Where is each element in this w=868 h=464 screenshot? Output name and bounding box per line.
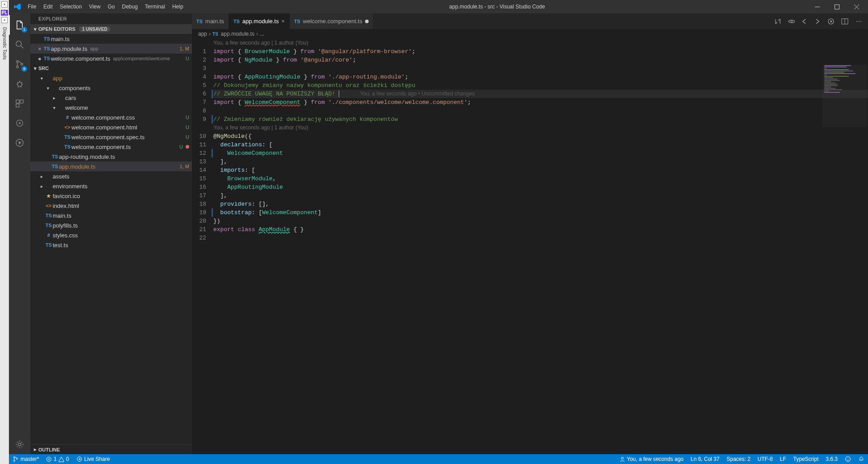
file-tree-item[interactable]: <>index.html: [30, 201, 192, 211]
status-liveshare[interactable]: Live Share: [73, 454, 113, 464]
activity-debug[interactable]: [9, 74, 30, 94]
window-close-button[interactable]: [847, 0, 866, 13]
code-line[interactable]: ],: [213, 157, 868, 166]
menu-help[interactable]: Help: [169, 2, 187, 12]
code-line[interactable]: // Zmieniamy również deklarację używanyc…: [213, 115, 868, 124]
menu-view[interactable]: View: [85, 2, 104, 12]
breadcrumb[interactable]: app › TS app.module.ts › ...: [192, 29, 868, 39]
menu-file[interactable]: File: [24, 2, 40, 12]
tab-close-icon[interactable]: ×: [282, 18, 285, 25]
window-minimize-button[interactable]: [807, 0, 827, 13]
minimap[interactable]: [822, 65, 867, 127]
breadcrumb-more[interactable]: ...: [260, 31, 264, 37]
file-tree-item[interactable]: ▾app: [30, 73, 192, 83]
side-strip-pl-badge[interactable]: PL: [1, 10, 8, 16]
file-tree-item[interactable]: ▸assets: [30, 171, 192, 181]
file-tree-item[interactable]: <>welcome.component.htmlU: [30, 122, 192, 132]
code-line[interactable]: }): [213, 217, 868, 225]
file-tree-item[interactable]: TSwelcome.component.spec.tsU: [30, 132, 192, 142]
side-strip-diagnostic-label[interactable]: Diagnostic Tools: [2, 27, 7, 60]
file-tree-item[interactable]: TSpolyfills.ts: [30, 220, 192, 230]
activity-extensions[interactable]: [9, 94, 30, 113]
status-bell[interactable]: [855, 454, 868, 464]
compare-changes-icon[interactable]: [774, 18, 782, 25]
close-icon[interactable]: ×: [37, 46, 43, 52]
file-tree-item[interactable]: TSapp-routing.module.ts: [30, 152, 192, 162]
split-editor-icon[interactable]: [841, 18, 849, 25]
activity-settings[interactable]: [9, 435, 30, 454]
code-line[interactable]: imports: [: [213, 166, 868, 174]
activity-scm[interactable]: 9: [9, 54, 30, 74]
file-tree-item[interactable]: TSwelcome.component.tsU: [30, 142, 192, 152]
file-tree-item[interactable]: TStest.ts: [30, 240, 192, 250]
side-strip-close[interactable]: ×: [1, 1, 8, 8]
code-line[interactable]: [213, 64, 868, 73]
activity-test[interactable]: [9, 133, 30, 153]
code-line[interactable]: ],: [213, 191, 868, 200]
code-line[interactable]: import { NgModule } from '@angular/core'…: [213, 56, 868, 64]
file-tree-item[interactable]: #styles.css: [30, 230, 192, 240]
code-content[interactable]: You, a few seconds ago | 1 author (You)i…: [213, 39, 868, 454]
status-language[interactable]: TypeScript: [790, 454, 822, 464]
file-tree-item[interactable]: ▾components: [30, 83, 192, 93]
code-line[interactable]: [213, 234, 868, 242]
activity-explorer[interactable]: 1: [9, 15, 30, 35]
code-line[interactable]: AppRoutingModule: [213, 183, 868, 191]
nav-fwd-icon[interactable]: [814, 18, 822, 25]
status-encoding[interactable]: UTF-8: [754, 454, 777, 464]
file-tree-item[interactable]: #welcome.component.cssU: [30, 112, 192, 122]
status-feedback[interactable]: [841, 454, 855, 464]
status-cursor[interactable]: Ln 6, Col 37: [687, 454, 723, 464]
activity-gitlens[interactable]: [9, 113, 30, 133]
file-tree-item[interactable]: ▸environments: [30, 181, 192, 191]
open-editor-item[interactable]: TSmain.ts: [30, 34, 192, 44]
file-tree-item[interactable]: TSapp.module.ts1, M: [30, 162, 192, 171]
status-problems[interactable]: 1 0: [42, 454, 72, 464]
menu-edit[interactable]: Edit: [40, 2, 56, 12]
codelens[interactable]: You, a few seconds ago | 1 author (You): [213, 124, 868, 132]
run-icon[interactable]: [828, 18, 836, 25]
codelens[interactable]: You, a few seconds ago | 1 author (You): [213, 39, 868, 47]
status-eol[interactable]: LF: [777, 454, 790, 464]
outline-header[interactable]: ▸ OUTLINE: [30, 444, 192, 454]
code-line[interactable]: bootstrap: [WelcomeComponent]: [213, 208, 868, 217]
breadcrumb-file[interactable]: app.module.ts: [221, 31, 254, 37]
open-editor-item[interactable]: ●TSwelcome.component.tsapp\components\we…: [30, 54, 192, 63]
status-blame[interactable]: You, a few seconds ago: [616, 454, 687, 464]
menu-debug[interactable]: Debug: [118, 2, 141, 12]
file-tree-item[interactable]: ▾welcome: [30, 103, 192, 112]
file-tree-item[interactable]: ▸cars: [30, 93, 192, 103]
code-line[interactable]: import { BrowserModule } from '@angular/…: [213, 47, 868, 56]
breadcrumb-folder[interactable]: app: [198, 31, 207, 37]
menu-selection[interactable]: Selection: [56, 2, 85, 12]
window-maximize-button[interactable]: [827, 0, 847, 13]
activity-search[interactable]: [9, 35, 30, 54]
nav-back-icon[interactable]: [801, 18, 809, 25]
code-line[interactable]: import { AppRoutingModule } from './app-…: [213, 73, 868, 81]
code-editor[interactable]: 123456789 10111213141516171819202122 You…: [192, 39, 868, 454]
code-line[interactable]: @NgModule({: [213, 132, 868, 141]
editor-tab[interactable]: TSwelcome.component.ts: [290, 13, 374, 29]
status-ts-version[interactable]: 3.6.3: [822, 454, 841, 464]
status-branch[interactable]: master*: [9, 454, 42, 464]
editor-tab[interactable]: TSapp.module.ts×: [229, 13, 290, 29]
project-header[interactable]: ▾ SRC: [30, 63, 192, 73]
code-line[interactable]: // ZWRÓĆCIE UWAGĘ NA PONIŻSZY BŁĄD! You,…: [213, 90, 868, 98]
code-line[interactable]: // Dokonujemy zmiany nazwy komponentu or…: [213, 81, 868, 90]
file-tree-item[interactable]: ★favicon.ico: [30, 191, 192, 201]
open-editor-item[interactable]: ×TSapp.module.tsapp1, M: [30, 44, 192, 54]
code-line[interactable]: declarations: [: [213, 141, 868, 149]
status-spaces[interactable]: Spaces: 2: [723, 454, 754, 464]
more-icon[interactable]: ⋯: [855, 18, 863, 25]
open-changes-icon[interactable]: [788, 18, 796, 25]
side-strip-close-2[interactable]: ×: [1, 17, 8, 23]
open-editors-header[interactable]: ▾ OPEN EDITORS 1 UNSAVED: [30, 24, 192, 34]
code-line[interactable]: WelcomeComponent: [213, 149, 868, 157]
code-line[interactable]: providers: [],: [213, 200, 868, 208]
code-line[interactable]: export class AppModule { }: [213, 225, 868, 234]
code-line[interactable]: [213, 107, 868, 115]
editor-tab[interactable]: TSmain.ts: [192, 13, 229, 29]
code-line[interactable]: import { WelcomeComponent } from './comp…: [213, 98, 868, 107]
code-line[interactable]: BrowserModule,: [213, 174, 868, 183]
menu-go[interactable]: Go: [104, 2, 118, 12]
